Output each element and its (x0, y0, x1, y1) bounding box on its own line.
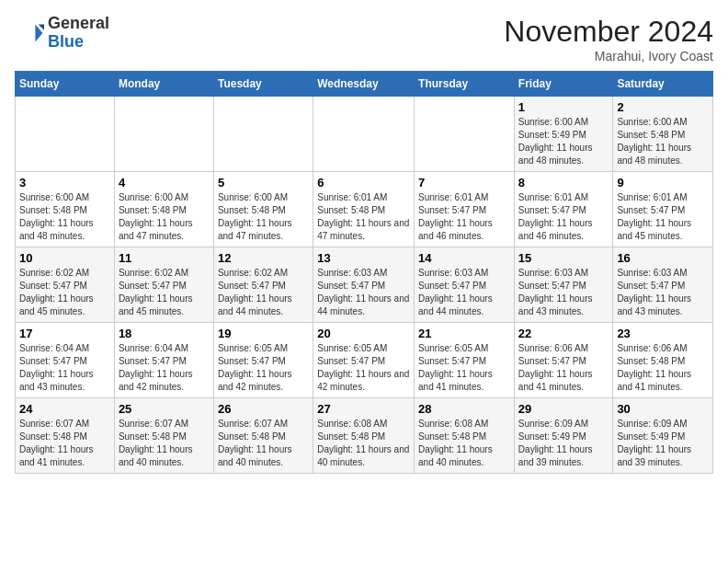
day-number: 4 (119, 176, 210, 190)
calendar-cell (16, 97, 115, 172)
day-info: Sunrise: 6:06 AM Sunset: 5:48 PM Dayligh… (617, 342, 709, 394)
calendar-cell: 11Sunrise: 6:02 AM Sunset: 5:47 PM Dayli… (114, 247, 213, 323)
day-number: 20 (317, 327, 410, 340)
day-number: 10 (19, 251, 110, 265)
day-info: Sunrise: 6:05 AM Sunset: 5:47 PM Dayligh… (418, 342, 510, 394)
day-info: Sunrise: 6:05 AM Sunset: 5:47 PM Dayligh… (317, 342, 410, 394)
day-number: 3 (19, 176, 110, 190)
col-wednesday: Wednesday (313, 72, 415, 97)
day-info: Sunrise: 6:00 AM Sunset: 5:48 PM Dayligh… (19, 191, 110, 243)
day-info: Sunrise: 6:07 AM Sunset: 5:48 PM Dayligh… (19, 418, 110, 469)
calendar-cell (114, 97, 213, 172)
col-tuesday: Tuesday (213, 72, 313, 97)
title-section: November 2024 Marahui, Ivory Coast (504, 15, 713, 63)
day-info: Sunrise: 6:09 AM Sunset: 5:49 PM Dayligh… (617, 418, 709, 469)
calendar-cell: 2Sunrise: 6:00 AM Sunset: 5:48 PM Daylig… (613, 97, 713, 172)
day-info: Sunrise: 6:04 AM Sunset: 5:47 PM Dayligh… (119, 342, 210, 394)
day-info: Sunrise: 6:07 AM Sunset: 5:48 PM Dayligh… (218, 418, 309, 469)
day-number: 28 (418, 402, 510, 416)
calendar-cell: 15Sunrise: 6:03 AM Sunset: 5:47 PM Dayli… (514, 247, 613, 323)
calendar-cell (213, 97, 313, 172)
day-info: Sunrise: 6:00 AM Sunset: 5:48 PM Dayligh… (119, 191, 210, 243)
calendar-cell: 23Sunrise: 6:06 AM Sunset: 5:48 PM Dayli… (613, 323, 713, 398)
day-number: 6 (317, 176, 410, 190)
calendar-cell: 8Sunrise: 6:01 AM Sunset: 5:47 PM Daylig… (514, 172, 613, 247)
calendar-cell: 29Sunrise: 6:09 AM Sunset: 5:49 PM Dayli… (514, 398, 613, 474)
calendar-cell: 6Sunrise: 6:01 AM Sunset: 5:48 PM Daylig… (313, 172, 415, 247)
day-info: Sunrise: 6:03 AM Sunset: 5:47 PM Dayligh… (418, 267, 510, 318)
calendar-cell: 3Sunrise: 6:00 AM Sunset: 5:48 PM Daylig… (16, 172, 115, 247)
day-info: Sunrise: 6:03 AM Sunset: 5:47 PM Dayligh… (317, 267, 410, 318)
day-number: 9 (617, 176, 709, 190)
day-info: Sunrise: 6:00 AM Sunset: 5:48 PM Dayligh… (218, 191, 309, 243)
day-info: Sunrise: 6:02 AM Sunset: 5:47 PM Dayligh… (19, 267, 110, 318)
calendar-cell: 9Sunrise: 6:01 AM Sunset: 5:47 PM Daylig… (613, 172, 713, 247)
day-number: 27 (317, 402, 410, 416)
calendar-cell: 22Sunrise: 6:06 AM Sunset: 5:47 PM Dayli… (514, 323, 613, 398)
calendar-cell: 25Sunrise: 6:07 AM Sunset: 5:48 PM Dayli… (114, 398, 213, 474)
calendar-cell (415, 97, 515, 172)
day-info: Sunrise: 6:01 AM Sunset: 5:47 PM Dayligh… (617, 191, 709, 243)
day-number: 8 (518, 176, 609, 190)
day-number: 1 (518, 100, 609, 114)
header-row: Sunday Monday Tuesday Wednesday Thursday… (16, 72, 713, 97)
calendar-cell: 20Sunrise: 6:05 AM Sunset: 5:47 PM Dayli… (313, 323, 415, 398)
logo-text: General Blue (48, 15, 109, 52)
calendar-cell: 5Sunrise: 6:00 AM Sunset: 5:48 PM Daylig… (213, 172, 313, 247)
logo-icon (15, 18, 44, 48)
calendar-cell: 14Sunrise: 6:03 AM Sunset: 5:47 PM Dayli… (415, 247, 515, 323)
day-info: Sunrise: 6:01 AM Sunset: 5:47 PM Dayligh… (518, 191, 609, 243)
day-number: 16 (617, 251, 709, 265)
calendar-cell: 21Sunrise: 6:05 AM Sunset: 5:47 PM Dayli… (415, 323, 515, 398)
logo-general: General (48, 15, 109, 33)
col-thursday: Thursday (415, 72, 515, 97)
logo: General Blue (15, 15, 109, 52)
calendar-cell: 24Sunrise: 6:07 AM Sunset: 5:48 PM Dayli… (16, 398, 115, 474)
day-info: Sunrise: 6:01 AM Sunset: 5:47 PM Dayligh… (418, 191, 510, 243)
calendar-cell: 27Sunrise: 6:08 AM Sunset: 5:48 PM Dayli… (313, 398, 415, 474)
calendar-cell: 13Sunrise: 6:03 AM Sunset: 5:47 PM Dayli… (313, 247, 415, 323)
calendar-cell: 10Sunrise: 6:02 AM Sunset: 5:47 PM Dayli… (16, 247, 115, 323)
calendar-cell: 4Sunrise: 6:00 AM Sunset: 5:48 PM Daylig… (114, 172, 213, 247)
day-info: Sunrise: 6:03 AM Sunset: 5:47 PM Dayligh… (518, 267, 609, 318)
day-number: 15 (518, 251, 609, 265)
day-info: Sunrise: 6:00 AM Sunset: 5:48 PM Dayligh… (617, 116, 709, 167)
day-info: Sunrise: 6:08 AM Sunset: 5:48 PM Dayligh… (418, 418, 510, 469)
calendar-cell: 30Sunrise: 6:09 AM Sunset: 5:49 PM Dayli… (613, 398, 713, 474)
day-number: 30 (617, 402, 709, 416)
day-number: 11 (119, 251, 210, 265)
day-info: Sunrise: 6:09 AM Sunset: 5:49 PM Dayligh… (518, 418, 609, 469)
day-info: Sunrise: 6:05 AM Sunset: 5:47 PM Dayligh… (218, 342, 309, 394)
day-info: Sunrise: 6:01 AM Sunset: 5:48 PM Dayligh… (317, 191, 410, 243)
day-number: 5 (218, 176, 309, 190)
day-number: 2 (617, 100, 709, 114)
calendar-table: Sunday Monday Tuesday Wednesday Thursday… (15, 71, 713, 474)
calendar-cell: 12Sunrise: 6:02 AM Sunset: 5:47 PM Dayli… (213, 247, 313, 323)
calendar-week-2: 3Sunrise: 6:00 AM Sunset: 5:48 PM Daylig… (16, 172, 713, 247)
day-number: 25 (119, 402, 210, 416)
calendar-week-1: 1Sunrise: 6:00 AM Sunset: 5:49 PM Daylig… (16, 97, 713, 172)
location: Marahui, Ivory Coast (504, 49, 713, 63)
day-info: Sunrise: 6:03 AM Sunset: 5:47 PM Dayligh… (617, 267, 709, 318)
day-number: 7 (418, 176, 510, 190)
calendar-cell: 16Sunrise: 6:03 AM Sunset: 5:47 PM Dayli… (613, 247, 713, 323)
calendar-week-5: 24Sunrise: 6:07 AM Sunset: 5:48 PM Dayli… (16, 398, 713, 474)
page-header: General Blue November 2024 Marahui, Ivor… (15, 15, 713, 63)
day-number: 17 (19, 327, 110, 340)
day-number: 24 (19, 402, 110, 416)
calendar-cell: 17Sunrise: 6:04 AM Sunset: 5:47 PM Dayli… (16, 323, 115, 398)
calendar-cell: 28Sunrise: 6:08 AM Sunset: 5:48 PM Dayli… (415, 398, 515, 474)
day-info: Sunrise: 6:08 AM Sunset: 5:48 PM Dayligh… (317, 418, 410, 469)
calendar-cell: 26Sunrise: 6:07 AM Sunset: 5:48 PM Dayli… (213, 398, 313, 474)
col-sunday: Sunday (16, 72, 115, 97)
day-info: Sunrise: 6:00 AM Sunset: 5:49 PM Dayligh… (518, 116, 609, 167)
day-number: 18 (119, 327, 210, 340)
col-friday: Friday (514, 72, 613, 97)
calendar-week-4: 17Sunrise: 6:04 AM Sunset: 5:47 PM Dayli… (16, 323, 713, 398)
day-number: 19 (218, 327, 309, 340)
day-number: 29 (518, 402, 609, 416)
day-number: 13 (317, 251, 410, 265)
day-info: Sunrise: 6:02 AM Sunset: 5:47 PM Dayligh… (218, 267, 309, 318)
calendar-cell: 7Sunrise: 6:01 AM Sunset: 5:47 PM Daylig… (415, 172, 515, 247)
day-number: 14 (418, 251, 510, 265)
